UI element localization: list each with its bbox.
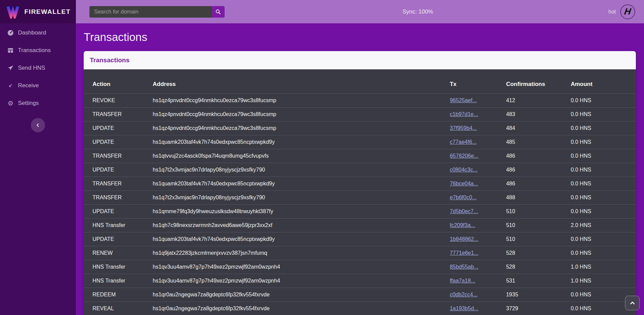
confirmations-cell: 510 xyxy=(506,232,571,246)
sidebar-item-transactions[interactable]: Transactions xyxy=(0,42,76,59)
tx-link[interactable]: ffaa7a18... xyxy=(450,278,475,284)
tx-cell: e7b6f0c0... xyxy=(450,191,506,205)
transactions-table: Action Address Tx Confirmations Amount R… xyxy=(84,69,636,315)
tx-cell: c77ae4f6... xyxy=(450,135,506,149)
table-row: REVOKEhs1qz4pnvdnt0ccg94nmkhcu0ezca79wc3… xyxy=(84,94,636,108)
confirmations-cell: 528 xyxy=(506,246,571,260)
tx-link[interactable]: 76bce04a... xyxy=(450,181,478,186)
action-cell: UPDATE xyxy=(84,232,153,246)
sidebar-item-label: Send HNS xyxy=(18,65,45,71)
column-header-amount: Amount xyxy=(571,69,636,94)
table-row: UPDATEhs1qz4pnvdnt0ccg94nmkhcu0ezca79wc3… xyxy=(84,121,636,135)
confirmations-cell: 486 xyxy=(506,149,571,163)
main-content: Transactions Transactions Action Address… xyxy=(76,23,644,315)
page-title: Transactions xyxy=(84,30,636,44)
transactions-tbody: REVOKEhs1qz4pnvdnt0ccg94nmkhcu0ezca79wc3… xyxy=(84,94,636,315)
amount-cell: 0.0 HNS xyxy=(571,163,636,177)
tx-link[interactable]: 7771e6e1... xyxy=(450,250,479,256)
wallet-account: hot H xyxy=(608,4,635,19)
tx-cell: 6576206e... xyxy=(450,149,506,163)
transactions-table-icon xyxy=(7,47,14,54)
address-cell: hs1qv3uu4amv87g7p7h49xez2pmzwjf92am0wzpn… xyxy=(153,274,450,288)
chevron-left-icon xyxy=(35,122,41,128)
handshake-logo-icon[interactable]: H xyxy=(620,4,635,19)
table-row: UPDATEhs1quamk203taf4vk7h74s0edxpwc85ncp… xyxy=(84,135,636,149)
action-cell: REDEEM xyxy=(84,288,153,302)
topbar: Sync: 100% hot H xyxy=(76,0,644,23)
tx-link[interactable]: 6576206e... xyxy=(450,153,479,159)
address-cell: hs1q7t2x3vmjac9n7drlapy08nyjyscjz9xsfky7… xyxy=(153,191,450,205)
confirmations-cell: 1935 xyxy=(506,288,571,302)
search-input[interactable] xyxy=(89,6,212,18)
sidebar-item-settings[interactable]: ⚙ Settings xyxy=(0,94,76,112)
action-cell: REVEAL xyxy=(84,302,153,315)
settings-gear-icon: ⚙ xyxy=(7,99,14,107)
address-cell: hs1qmme79fq3dy9hweuzuslksdw48trwuyhkt387… xyxy=(153,205,450,219)
confirmations-cell: 510 xyxy=(506,205,571,219)
sidebar-item-dashboard[interactable]: Dashboard xyxy=(0,24,76,42)
amount-cell: 0.0 HNS xyxy=(571,177,636,191)
confirmations-cell: 485 xyxy=(506,135,571,149)
sidebar-item-receive[interactable]: Receive xyxy=(0,77,76,94)
magnifier-icon xyxy=(215,9,221,15)
tx-link[interactable]: c0804c3c... xyxy=(450,167,478,173)
tx-link[interactable]: c1b97d1e... xyxy=(450,111,478,117)
action-cell: TRANSFER xyxy=(84,149,153,163)
domain-search xyxy=(89,6,225,18)
address-cell: hs1qz4pnvdnt0ccg94nmkhcu0ezca79wc3s8fucs… xyxy=(153,121,450,135)
dashboard-gauge-icon xyxy=(7,29,14,37)
card-title: Transactions xyxy=(90,57,129,64)
column-header-address: Address xyxy=(153,69,450,94)
scroll-to-top-button[interactable] xyxy=(625,296,640,310)
tx-link[interactable]: c0db2cc4... xyxy=(450,292,478,297)
table-row: HNS Transferhs1qh7c98nexsrzwrmnh2avved6a… xyxy=(84,219,636,232)
confirmations-cell: 483 xyxy=(506,108,571,121)
address-cell: hs1quamk203taf4vk7h74s0edxpwc85ncptxwpkd… xyxy=(153,135,450,149)
table-row: TRANSFERhs1qz4pnvdnt0ccg94nmkhcu0ezca79w… xyxy=(84,108,636,121)
tx-link[interactable]: 85bd55ab... xyxy=(450,264,479,270)
address-cell: hs1qtvvuj2zc4asck0fspa7l4uqm8umg45cfvupv… xyxy=(153,149,450,163)
card-body: Action Address Tx Confirmations Amount R… xyxy=(84,69,636,315)
tx-link[interactable]: e7b6f0c0... xyxy=(450,195,477,200)
amount-cell: 0.0 HNS xyxy=(571,135,636,149)
action-cell: TRANSFER xyxy=(84,191,153,205)
tx-link[interactable]: 1b848862... xyxy=(450,236,479,242)
confirmations-cell: 531 xyxy=(506,274,571,288)
tx-link[interactable]: 7d5b0ec7... xyxy=(450,208,478,214)
sidebar-collapse-button[interactable] xyxy=(31,118,45,132)
tx-cell: 7d5b0ec7... xyxy=(450,205,506,219)
tx-link[interactable]: 37f959b4... xyxy=(450,125,477,131)
column-header-confirmations: Confirmations xyxy=(506,69,571,94)
search-button[interactable] xyxy=(212,6,225,18)
confirmations-cell: 510 xyxy=(506,219,571,232)
brand-name: FIREWALLET xyxy=(24,8,70,16)
address-cell: hs1qh7c98nexsrzwrmnh2avved6awe59jzpr3xx2… xyxy=(153,219,450,232)
amount-cell: 0.0 HNS xyxy=(571,205,636,219)
sidebar-item-send-hns[interactable]: Send HNS xyxy=(0,59,76,77)
address-cell: hs1q9jatx22283jzkcmlrnenjxvvzv387jsn7mfu… xyxy=(153,246,450,260)
column-header-tx: Tx xyxy=(450,69,506,94)
address-cell: hs1qr0au2ngegwa7za8gdeptc6fp32fkv554fxrv… xyxy=(153,302,450,315)
tx-link[interactable]: c77ae4f6... xyxy=(450,139,477,145)
tx-link[interactable]: fc209f3a... xyxy=(450,222,475,228)
table-row: UPDATEhs1q7t2x3vmjac9n7drlapy08nyjyscjz9… xyxy=(84,163,636,177)
address-cell: hs1qv3uu4amv87g7p7h49xez2pmzwjf92am0wzpn… xyxy=(153,260,450,274)
address-cell: hs1quamk203taf4vk7h74s0edxpwc85ncptxwpkd… xyxy=(153,232,450,246)
table-row: HNS Transferhs1qv3uu4amv87g7p7h49xez2pmz… xyxy=(84,260,636,274)
sidebar-nav: Dashboard Transactions Send HNS xyxy=(0,24,76,112)
sidebar-item-label: Transactions xyxy=(18,47,51,54)
address-cell: hs1qr0au2ngegwa7za8gdeptc6fp32fkv554fxrv… xyxy=(153,288,450,302)
action-cell: UPDATE xyxy=(84,121,153,135)
table-row: UPDATEhs1quamk203taf4vk7h74s0edxpwc85ncp… xyxy=(84,232,636,246)
confirmations-cell: 486 xyxy=(506,163,571,177)
confirmations-cell: 412 xyxy=(506,94,571,108)
wallet-name-label: hot xyxy=(608,9,616,15)
tx-cell: c1b97d1e... xyxy=(450,108,506,121)
transactions-card: Transactions Action Address Tx Confirmat… xyxy=(84,51,636,315)
send-paper-plane-icon xyxy=(7,64,14,72)
tx-link[interactable]: 96525aef... xyxy=(450,97,477,103)
column-header-action: Action xyxy=(84,69,153,94)
table-row: UPDATEhs1qmme79fq3dy9hweuzuslksdw48trwuy… xyxy=(84,205,636,219)
action-cell: UPDATE xyxy=(84,163,153,177)
tx-link[interactable]: 1a193b5d... xyxy=(450,306,479,311)
